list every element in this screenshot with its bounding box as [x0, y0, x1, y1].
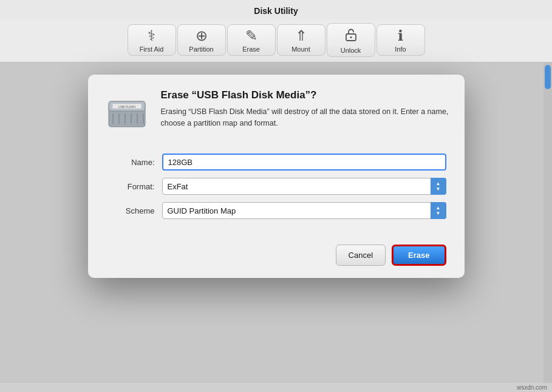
svg-text:USB FLASH: USB FLASH	[118, 105, 135, 109]
dialog-title-area: Erase “USB Flash Disk Media”? Erasing “U…	[161, 89, 450, 129]
scrollbar[interactable]	[543, 63, 552, 383]
unlock-icon	[344, 27, 358, 44]
partition-icon: ⊕	[196, 29, 208, 43]
unlock-label: Unlock	[341, 47, 361, 54]
erase-icon: ✎	[245, 29, 257, 43]
dialog-header: USB FLASH Erase “USB Flash Disk Media”? …	[88, 75, 465, 147]
mount-label: Mount	[291, 46, 310, 53]
format-select[interactable]: ExFat Mac OS Extended (Journaled) MS-DOS…	[162, 178, 446, 195]
main-area: USB FLASH Erase “USB Flash Disk Media”? …	[0, 63, 552, 383]
info-label: Info	[395, 46, 406, 53]
format-label: Format:	[106, 182, 155, 191]
scheme-select[interactable]: GUID Partition Map Master Boot Record Ap…	[162, 202, 446, 219]
title-bar: Disk Utility	[0, 0, 552, 19]
dialog-title: Erase “USB Flash Disk Media”?	[161, 89, 450, 101]
scheme-label: Scheme	[106, 206, 155, 215]
app-title: Disk Utility	[254, 6, 298, 16]
toolbar-unlock[interactable]: Unlock	[327, 23, 375, 57]
format-row: Format: ExFat Mac OS Extended (Journaled…	[106, 178, 446, 195]
partition-label: Partition	[189, 46, 213, 53]
footer-url: wsxdn.com	[517, 384, 547, 391]
toolbar: ⚕ First Aid ⊕ Partition ✎ Erase ⇑ Mount …	[0, 19, 552, 63]
name-input[interactable]	[162, 154, 446, 171]
name-label: Name:	[106, 158, 155, 167]
first-aid-label: First Aid	[140, 46, 164, 53]
format-select-wrapper: ExFat Mac OS Extended (Journaled) MS-DOS…	[162, 178, 446, 195]
erase-button[interactable]: Erase	[392, 245, 446, 266]
usb-disk-icon: USB FLASH	[104, 90, 150, 137]
scheme-row: Scheme GUID Partition Map Master Boot Re…	[106, 202, 446, 219]
footer-bar: wsxdn.com	[0, 383, 552, 392]
toolbar-partition[interactable]: ⊕ Partition	[177, 24, 226, 56]
toolbar-mount[interactable]: ⇑ Mount	[277, 24, 325, 56]
toolbar-first-aid[interactable]: ⚕ First Aid	[128, 24, 176, 56]
svg-point-1	[350, 36, 352, 38]
form-area: Name: Format: ExFat Mac OS Extended (Jou…	[88, 147, 465, 238]
name-row: Name:	[106, 154, 446, 171]
first-aid-icon: ⚕	[148, 29, 155, 43]
button-row: Cancel Erase	[88, 238, 465, 266]
toolbar-info[interactable]: ℹ Info	[377, 24, 425, 56]
info-icon: ℹ	[398, 29, 403, 43]
toolbar-erase[interactable]: ✎ Erase	[227, 24, 276, 56]
scheme-select-wrapper: GUID Partition Map Master Boot Record Ap…	[162, 202, 446, 219]
erase-label: Erase	[242, 46, 260, 53]
disk-icon-container: USB FLASH	[103, 89, 151, 138]
scrollbar-thumb[interactable]	[545, 65, 551, 89]
mount-icon: ⇑	[295, 29, 307, 43]
dialog-description: Erasing “USB Flash Disk Media” will dest…	[161, 106, 450, 129]
erase-dialog: USB FLASH Erase “USB Flash Disk Media”? …	[88, 75, 465, 278]
cancel-button[interactable]: Cancel	[336, 245, 386, 266]
